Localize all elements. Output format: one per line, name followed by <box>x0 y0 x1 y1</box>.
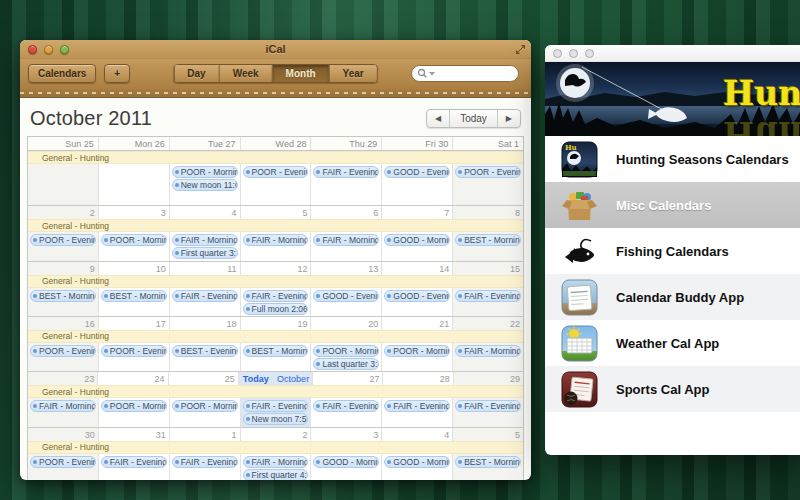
day-cell[interactable]: POOR - Evening <box>453 164 523 205</box>
day-cell[interactable]: FAIR - MorningFirst quarter 4:38pm <box>241 454 312 480</box>
day-cell[interactable]: POOR - Evening <box>28 232 99 260</box>
event-pill[interactable]: FAIR - Evening <box>243 400 309 412</box>
fullscreen-icon[interactable] <box>515 44 526 55</box>
event-pill[interactable]: Last quarter 3:30am <box>313 358 379 370</box>
day-cell[interactable]: BEST - Morning <box>99 288 170 316</box>
event-pill[interactable]: POOR - Evening <box>455 166 521 178</box>
event-pill[interactable]: FAIR - Morning <box>455 345 521 357</box>
event-pill[interactable]: First quarter 3:15am <box>172 247 238 259</box>
event-pill[interactable]: GOOD - Morning <box>313 456 379 468</box>
event-pill[interactable]: FAIR - Evening <box>455 290 521 302</box>
day-cell[interactable]: POOR - Morning <box>170 398 241 426</box>
event-pill[interactable]: GOOD - Evening <box>384 290 450 302</box>
event-pill[interactable]: FAIR - Evening <box>313 166 379 178</box>
day-cell[interactable]: BEST - Morning <box>453 232 523 260</box>
day-cell[interactable]: FAIR - Morning <box>311 232 382 260</box>
view-tab-week[interactable]: Week <box>220 65 273 82</box>
day-number[interactable]: 22 <box>453 317 523 330</box>
event-pill[interactable]: POOR - Evening <box>30 234 96 246</box>
day-number[interactable]: 13 <box>311 262 382 275</box>
day-cell[interactable]: FAIR - Morning <box>28 398 99 426</box>
today-button[interactable]: Today <box>450 110 498 127</box>
day-cell[interactable] <box>99 164 170 205</box>
day-cell[interactable]: POOR - Morning <box>99 232 170 260</box>
day-cell[interactable]: FAIR - Evening <box>382 398 453 426</box>
day-number[interactable]: 18 <box>170 317 241 330</box>
event-pill[interactable]: BEST - Morning <box>101 290 167 302</box>
day-cell[interactable]: POOR - Evening <box>99 343 170 371</box>
day-number[interactable]: 20 <box>311 317 382 330</box>
day-number[interactable]: 27 <box>313 372 383 385</box>
day-cell[interactable]: POOR - MorningLast quarter 3:30am <box>311 343 382 371</box>
event-pill[interactable]: FAIR - Evening <box>455 400 521 412</box>
day-cell[interactable]: GOOD - Morning <box>311 454 382 480</box>
day-cell[interactable]: FAIR - Evening <box>99 454 170 480</box>
event-pill[interactable]: FAIR - Evening <box>384 400 450 412</box>
event-pill[interactable]: FAIR - Evening <box>243 290 309 302</box>
day-cell[interactable]: FAIR - Evening <box>311 398 382 426</box>
day-cell[interactable]: BEST - Morning <box>453 454 523 480</box>
event-pill[interactable]: New moon 11:09am <box>172 179 238 191</box>
event-pill[interactable]: FAIR - Morning <box>243 456 309 468</box>
day-number[interactable]: 28 <box>383 372 453 385</box>
day-number[interactable]: 21 <box>382 317 453 330</box>
app-list-item-hunting-seasons-calendars[interactable]: HuHunting Seasons Calendars <box>545 136 800 182</box>
day-cell[interactable]: BEST - Morning <box>28 288 99 316</box>
day-number[interactable]: 8 <box>453 206 523 219</box>
allday-event-banner[interactable]: General - Hunting <box>28 151 523 164</box>
day-cell[interactable]: POOR - Evening <box>241 164 312 205</box>
day-number[interactable]: 24 <box>98 372 168 385</box>
minimize-button-inactive[interactable] <box>569 49 578 58</box>
day-cell[interactable]: GOOD - Morning <box>382 232 453 260</box>
day-number[interactable]: 2 <box>241 428 312 441</box>
day-number[interactable]: 16 <box>28 317 99 330</box>
event-pill[interactable]: FAIR - Morning <box>243 234 309 246</box>
prev-month-button[interactable]: ◀ <box>427 110 450 127</box>
event-pill[interactable]: POOR - Morning <box>172 400 238 412</box>
day-cell[interactable]: GOOD - Evening <box>382 164 453 205</box>
panel-titlebar[interactable] <box>545 45 800 62</box>
event-pill[interactable]: New moon 7:56pm <box>243 413 309 425</box>
view-tab-day[interactable]: Day <box>174 65 219 82</box>
day-number[interactable]: 3 <box>99 206 170 219</box>
allday-event-banner[interactable]: General - Hunting <box>28 441 523 454</box>
day-number[interactable]: 12 <box>241 262 312 275</box>
day-number[interactable]: 11 <box>170 262 241 275</box>
day-cell[interactable]: GOOD - Evening <box>311 288 382 316</box>
app-list-item-calendar-buddy-app[interactable]: Calendar Buddy App <box>545 274 800 320</box>
day-cell[interactable]: GOOD - Evening <box>382 288 453 316</box>
day-cell[interactable] <box>28 164 99 205</box>
day-number[interactable]: 4 <box>382 428 453 441</box>
day-number[interactable]: 6 <box>311 206 382 219</box>
day-cell[interactable]: FAIR - Evening <box>311 164 382 205</box>
event-pill[interactable]: FAIR - Evening <box>172 456 238 468</box>
day-cell[interactable]: FAIR - Evening <box>453 288 523 316</box>
day-number[interactable]: 19 <box>241 317 312 330</box>
event-pill[interactable]: BEST - Morning <box>30 290 96 302</box>
app-list-item-sports-cal-app[interactable]: Sports Cal App <box>545 366 800 412</box>
day-number[interactable]: 5 <box>453 428 523 441</box>
event-pill[interactable]: BEST - Morning <box>455 234 521 246</box>
day-cell[interactable]: FAIR - MorningFirst quarter 3:15am <box>170 232 241 260</box>
allday-event-banner[interactable]: General - Hunting <box>28 219 523 232</box>
event-pill[interactable]: BEST - Morning <box>455 456 521 468</box>
day-cell[interactable]: POOR - Morning <box>99 398 170 426</box>
day-number[interactable]: 10 <box>99 262 170 275</box>
event-pill[interactable]: GOOD - Morning <box>384 234 450 246</box>
event-pill[interactable]: First quarter 4:38pm <box>243 469 309 480</box>
day-cell[interactable]: BEST - Morning <box>241 343 312 371</box>
event-pill[interactable]: FAIR - Morning <box>30 400 96 412</box>
view-tab-month[interactable]: Month <box>273 65 330 82</box>
day-cell[interactable]: FAIR - EveningFull moon 2:06am <box>241 288 312 316</box>
day-cell[interactable]: FAIR - Evening <box>170 454 241 480</box>
day-number[interactable]: 3 <box>311 428 382 441</box>
event-pill[interactable]: BEST - Evening <box>172 345 238 357</box>
day-number[interactable]: 23 <box>28 372 98 385</box>
add-calendar-button[interactable]: + <box>104 64 130 83</box>
day-number[interactable]: 9 <box>28 262 99 275</box>
event-pill[interactable]: POOR - Morning <box>101 400 167 412</box>
event-pill[interactable]: BEST - Morning <box>243 345 309 357</box>
day-number[interactable]: 1 <box>170 428 241 441</box>
event-pill[interactable]: FAIR - Evening <box>313 400 379 412</box>
event-pill[interactable]: POOR - Morning <box>172 166 238 178</box>
